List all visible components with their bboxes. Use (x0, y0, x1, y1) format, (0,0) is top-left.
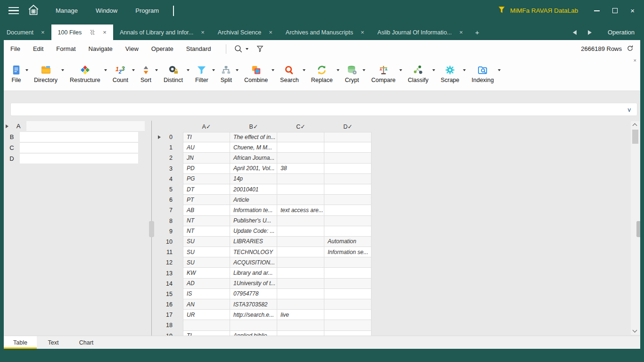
toolbar-item-dropdown-icon[interactable] (399, 69, 402, 71)
cell-a[interactable]: IS (183, 289, 230, 299)
cell-b[interactable]: TECHNOLOGY (230, 247, 277, 257)
toolbar-item-dropdown-icon[interactable] (212, 69, 215, 71)
toolbar-item-dropdown-icon[interactable] (363, 69, 365, 71)
cell-d[interactable] (324, 132, 372, 142)
cell-a[interactable]: AB (183, 205, 230, 215)
toolbar-item[interactable]: Restructure (66, 65, 109, 83)
nav-forward-icon[interactable] (588, 30, 592, 35)
titlebar-menu-item[interactable]: Manage (56, 7, 78, 14)
toolbar-item-dropdown-icon[interactable] (236, 69, 239, 71)
home-button[interactable] (26, 4, 41, 17)
row-index[interactable]: 16 (156, 299, 183, 310)
cell-d[interactable] (324, 268, 372, 278)
toolbar-item-dropdown-icon[interactable] (272, 69, 274, 71)
cell-a[interactable]: AD (183, 279, 230, 289)
hamburger-menu-icon[interactable] (8, 7, 19, 14)
row-index[interactable]: 19 (156, 331, 183, 336)
cell-b[interactable]: April 2001, Vol... (230, 164, 277, 174)
cell-a[interactable]: NT (183, 216, 230, 226)
document-tab[interactable]: Annals of Library and Infor... × (113, 25, 211, 40)
cell-d[interactable] (324, 174, 372, 184)
cell-a[interactable]: PD (183, 164, 230, 174)
cell-c[interactable] (277, 174, 324, 184)
cell-c[interactable] (277, 299, 324, 310)
row-index[interactable]: 18 (156, 320, 183, 330)
toolbar-item[interactable]: Split (217, 65, 241, 83)
cell-d[interactable] (324, 142, 372, 153)
view-tab[interactable]: Chart (70, 336, 103, 349)
cell-c[interactable]: live (277, 310, 324, 320)
row-index[interactable]: 12 (156, 257, 183, 268)
cell-d[interactable]: Automation (324, 237, 372, 247)
toolbar-item[interactable]: Directory (31, 65, 66, 83)
cell-c[interactable] (277, 184, 324, 195)
cell-d[interactable]: Information se... (324, 247, 372, 257)
document-tab[interactable]: Archival Science × (211, 25, 279, 40)
row-index[interactable]: 10 (156, 237, 183, 247)
cell-d[interactable] (324, 164, 372, 174)
document-tab[interactable]: Document × (0, 25, 51, 40)
document-tab[interactable]: 100 Files × (51, 25, 113, 40)
view-tab[interactable]: Table (4, 336, 37, 349)
row-index[interactable]: 7 (156, 205, 183, 215)
toolbar-item[interactable]: Compare (368, 65, 404, 83)
cell-d[interactable] (324, 320, 372, 330)
cell-a[interactable]: AU (183, 142, 230, 153)
cell-d[interactable] (324, 195, 372, 205)
cell-b[interactable]: Chuene, M M... (230, 142, 277, 153)
toolbar-item-dropdown-icon[interactable] (104, 69, 107, 71)
cell-c[interactable] (277, 257, 324, 268)
scroll-down-icon[interactable] (633, 328, 637, 333)
cell-a[interactable]: JN (183, 153, 230, 163)
cell-d[interactable] (324, 226, 372, 237)
cell-c[interactable] (277, 320, 324, 330)
row-index[interactable]: 14 (156, 279, 183, 289)
toolbar-item-dropdown-icon[interactable] (303, 69, 305, 71)
cell-d[interactable] (324, 279, 372, 289)
document-tab[interactable]: Aslib Journal Of Informatio... × (371, 25, 470, 40)
row-index[interactable]: 4 (156, 174, 183, 184)
cell-b[interactable]: African Journa... (230, 153, 277, 163)
toolbar-item[interactable]: Crypt (342, 65, 368, 83)
splitter-grip[interactable] (149, 221, 154, 237)
titlebar-menu-item[interactable]: Program (135, 7, 159, 14)
toolbar-close-icon[interactable]: × (634, 58, 636, 63)
toolbar-item-dropdown-icon[interactable] (463, 69, 466, 71)
cell-a[interactable]: DT (183, 184, 230, 195)
tab-close-icon[interactable]: × (361, 29, 364, 36)
cell-b[interactable]: ISTA3703582 (230, 299, 277, 310)
toolbar-item[interactable]: 123 Count (109, 65, 137, 83)
scroll-up-icon[interactable] (633, 123, 637, 128)
toolbar-item-dropdown-icon[interactable] (155, 69, 158, 71)
cell-d[interactable] (324, 184, 372, 195)
menu-bar-item[interactable]: Edit (33, 45, 43, 52)
toolbar-item-dropdown-icon[interactable] (25, 69, 28, 71)
toolbar-item[interactable]: Filter (192, 65, 217, 83)
cell-c[interactable] (277, 331, 324, 336)
toolbar-item-dropdown-icon[interactable] (61, 69, 64, 71)
column-header[interactable]: D✓ (324, 123, 372, 130)
cell-b[interactable]: 20010401 (230, 184, 277, 195)
cell-d[interactable] (324, 331, 372, 336)
field-input[interactable] (20, 143, 138, 153)
cell-a[interactable]: UR (183, 310, 230, 320)
row-index[interactable]: 15 (156, 289, 183, 299)
cell-b[interactable]: Update Code: ... (230, 226, 277, 237)
cell-a[interactable]: SU (183, 257, 230, 268)
menu-bar-item[interactable]: Navigate (89, 45, 113, 52)
cell-b[interactable]: 14p (230, 174, 277, 184)
row-index[interactable]: 2 (156, 153, 183, 163)
quick-filter-button[interactable] (256, 45, 264, 53)
menu-bar-item[interactable]: Format (56, 45, 75, 52)
cell-b[interactable]: Applied biblio... (230, 331, 277, 336)
toolbar-item-dropdown-icon[interactable] (432, 69, 435, 71)
formula-input[interactable] (11, 103, 628, 115)
row-index[interactable]: 8 (156, 216, 183, 226)
field-input[interactable] (20, 132, 138, 142)
toolbar-item[interactable]: Classify (405, 65, 438, 83)
cell-a[interactable]: PT (183, 195, 230, 205)
menu-bar-item[interactable]: View (125, 45, 139, 52)
menu-bar-item[interactable]: File (10, 45, 20, 52)
view-tab[interactable]: Text (37, 336, 70, 349)
row-index[interactable]: 11 (156, 247, 183, 257)
